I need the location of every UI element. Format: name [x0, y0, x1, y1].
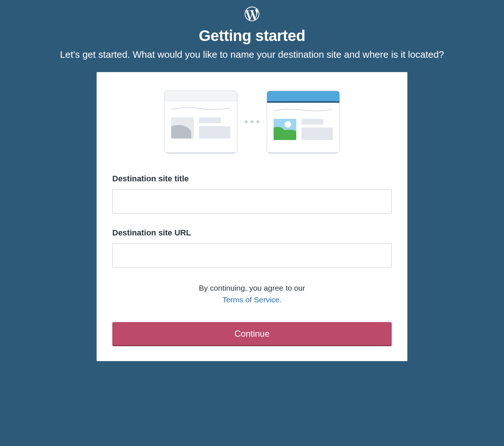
source-site-illustration: [164, 91, 237, 153]
page-title: Getting started: [199, 27, 305, 45]
terms-text: By continuing, you agree to our Terms of…: [112, 282, 392, 305]
site-url-label: Destination site URL: [112, 228, 392, 238]
terms-of-service-link[interactable]: Terms of Service.: [222, 295, 282, 304]
setup-card: Destination site title Destination site …: [97, 72, 407, 361]
site-title-label: Destination site title: [112, 174, 392, 184]
continue-button[interactable]: Continue: [112, 322, 392, 346]
wordpress-logo-icon: [245, 7, 259, 21]
transfer-dots-icon: [245, 120, 259, 123]
site-url-input[interactable]: [112, 243, 392, 268]
site-title-input[interactable]: [112, 189, 392, 213]
destination-site-illustration: [267, 91, 340, 153]
migration-illustration: [112, 91, 392, 153]
terms-preamble: By continuing, you agree to our: [199, 284, 305, 292]
page-subtitle: Let's get started. What would you like t…: [60, 49, 444, 60]
